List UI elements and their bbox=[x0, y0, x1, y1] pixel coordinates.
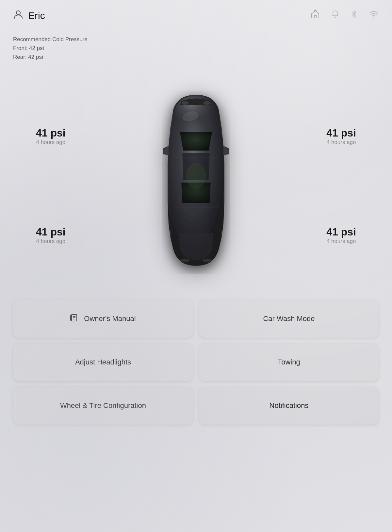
bluetooth-icon[interactable] bbox=[350, 10, 358, 21]
towing-button[interactable]: Towing bbox=[199, 344, 379, 381]
tire-rear-right: 41 psi 4 hours ago bbox=[326, 226, 356, 245]
wheel-tire-config-button[interactable]: Wheel & Tire Configuration bbox=[13, 387, 193, 425]
header-right bbox=[310, 9, 379, 22]
pressure-info: Recommended Cold Pressure Front: 42 psi … bbox=[0, 28, 392, 68]
owners-manual-button[interactable]: Owner's Manual bbox=[13, 300, 193, 338]
notifications-label: Notifications bbox=[270, 401, 309, 410]
car-wash-mode-button[interactable]: Car Wash Mode bbox=[199, 300, 379, 338]
tire-rear-right-psi: 41 psi bbox=[326, 226, 356, 238]
home-icon[interactable] bbox=[310, 9, 320, 22]
tire-rear-left-time: 4 hours ago bbox=[36, 238, 66, 245]
adjust-headlights-label: Adjust Headlights bbox=[75, 358, 131, 366]
user-icon bbox=[13, 9, 24, 22]
wifi-icon[interactable] bbox=[368, 10, 379, 21]
tire-front-right-psi: 41 psi bbox=[326, 127, 356, 139]
svg-point-6 bbox=[180, 258, 189, 262]
svg-point-0 bbox=[16, 11, 20, 15]
pressure-rear: Rear: 42 psi bbox=[13, 53, 379, 61]
buttons-grid: Owner's Manual Car Wash Mode Adjust Head… bbox=[0, 294, 392, 438]
book-icon bbox=[70, 313, 79, 325]
tire-front-right-time: 4 hours ago bbox=[326, 139, 356, 146]
svg-point-1 bbox=[373, 17, 374, 18]
pressure-front: Front: 42 psi bbox=[13, 44, 379, 53]
pressure-title: Recommended Cold Pressure bbox=[13, 35, 379, 44]
car-image bbox=[144, 88, 248, 277]
username: Eric bbox=[28, 10, 45, 21]
tire-rear-right-time: 4 hours ago bbox=[326, 238, 356, 245]
owners-manual-label: Owner's Manual bbox=[84, 314, 136, 323]
svg-point-8 bbox=[186, 163, 206, 188]
car-wash-mode-label: Car Wash Mode bbox=[263, 314, 315, 323]
tire-front-left-psi: 41 psi bbox=[36, 127, 66, 139]
tire-front-right: 41 psi 4 hours ago bbox=[326, 127, 356, 146]
bell-icon[interactable] bbox=[331, 10, 340, 21]
svg-point-5 bbox=[203, 101, 210, 105]
svg-point-4 bbox=[181, 101, 188, 105]
wheel-tire-config-label: Wheel & Tire Configuration bbox=[60, 401, 146, 410]
header: Eric bbox=[0, 0, 392, 28]
tire-front-left: 41 psi 4 hours ago bbox=[36, 127, 66, 146]
tire-front-left-time: 4 hours ago bbox=[36, 139, 66, 146]
car-section: 41 psi 4 hours ago 41 psi 4 hours ago bbox=[0, 72, 392, 294]
towing-label: Towing bbox=[278, 358, 300, 366]
tire-rear-left: 41 psi 4 hours ago bbox=[36, 226, 66, 245]
notifications-button[interactable]: Notifications bbox=[199, 387, 379, 425]
adjust-headlights-button[interactable]: Adjust Headlights bbox=[13, 344, 193, 381]
svg-point-7 bbox=[203, 258, 212, 262]
header-left: Eric bbox=[13, 9, 45, 22]
tire-rear-left-psi: 41 psi bbox=[36, 226, 66, 238]
